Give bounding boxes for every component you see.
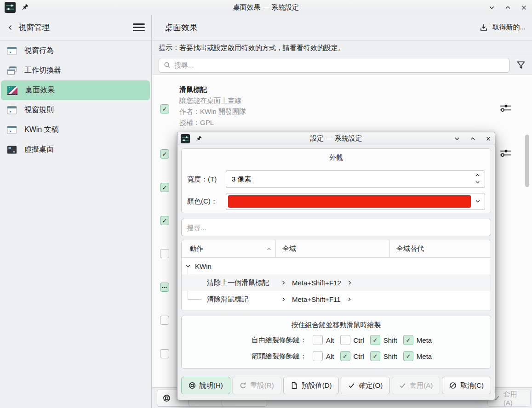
- color-swatch: [228, 195, 471, 208]
- help-label: 說明(H): [200, 381, 223, 390]
- sidebar-item-window-behavior[interactable]: 視窗行為: [1, 41, 150, 61]
- reset-button[interactable]: 重設(R): [232, 377, 281, 394]
- effect-item[interactable]: 滑鼠標記 讓您能在桌面上畫線 作者：KWin 開發團隊 授權：GPL: [179, 84, 246, 128]
- defaults-button[interactable]: 預設值(D): [283, 377, 339, 394]
- effect-configure-icon[interactable]: [499, 102, 512, 113]
- effect-checkbox[interactable]: [160, 183, 169, 192]
- spin-up-icon[interactable]: [475, 172, 481, 178]
- key-label: Ctrl: [354, 336, 364, 344]
- dialog-button-bar: 說明(H) 重設(R) 預設值(D) 確定(O) 套用(A) 取消(C): [181, 376, 491, 395]
- pin-icon[interactable]: [195, 136, 202, 142]
- effect-configure-icon[interactable]: [499, 147, 512, 159]
- download-icon: [480, 23, 488, 32]
- column-alternate[interactable]: 全域替代: [390, 240, 491, 257]
- sidebar-item-desktop-effects[interactable]: 桌面效果: [1, 80, 150, 100]
- effect-checkbox[interactable]: [160, 283, 169, 292]
- freedraw-shift-checkbox[interactable]: [370, 335, 380, 345]
- chevron-right-icon[interactable]: [280, 280, 286, 286]
- effect-checkbox[interactable]: [160, 349, 169, 358]
- key-label: Meta: [417, 352, 432, 360]
- pin-icon[interactable]: [21, 4, 29, 11]
- arrowdraw-ctrl-checkbox[interactable]: [340, 351, 350, 361]
- width-spinbox[interactable]: [226, 170, 485, 188]
- defaults-label: 預設值(D): [302, 381, 332, 390]
- sidebar-item-window-rules[interactable]: 視窗規則: [1, 100, 150, 120]
- key-label: Alt: [326, 352, 334, 360]
- effect-checkbox[interactable]: [160, 316, 169, 325]
- color-picker-button[interactable]: [226, 193, 485, 210]
- close-icon[interactable]: [521, 4, 527, 11]
- cancel-button[interactable]: 取消(C): [442, 377, 491, 394]
- arrowdraw-label: 箭頭繪製修飾鍵：: [182, 352, 307, 361]
- arrowdraw-alt-checkbox[interactable]: [313, 351, 323, 361]
- tip-row: 提示：若要找出或設定啟用特效的方式，請看看特效的設定。: [152, 41, 532, 55]
- maximize-icon[interactable]: [469, 136, 476, 142]
- group-row-kwin[interactable]: KWin: [182, 258, 491, 274]
- effect-checkbox[interactable]: [160, 216, 169, 225]
- chevron-right-icon[interactable]: [280, 296, 286, 302]
- sidebar-item-virtual-desktops[interactable]: 虛擬桌面: [1, 140, 150, 159]
- filter-icon[interactable]: [516, 60, 526, 70]
- shortcut-search-box[interactable]: [181, 219, 491, 236]
- minimize-icon[interactable]: [488, 4, 495, 11]
- app-icon[interactable]: [5, 2, 16, 13]
- column-action-label: 動作: [189, 244, 203, 253]
- shortcut-value[interactable]: Meta+Shift+F11: [292, 295, 341, 303]
- shortcut-value[interactable]: Meta+Shift+F12: [292, 279, 341, 287]
- sidebar-items: 視窗行為 工作切換器 桌面效果 視窗規則 KWin 文稿 虛擬桌面: [1, 41, 150, 159]
- freedraw-meta-checkbox[interactable]: [403, 335, 413, 345]
- maximize-icon[interactable]: [504, 4, 511, 11]
- window-title: 桌面效果 — 系統設定: [0, 3, 532, 12]
- apply-button[interactable]: 套用(A): [392, 377, 440, 394]
- document-icon: [291, 382, 298, 389]
- column-global[interactable]: 全域: [276, 240, 390, 257]
- app-icon[interactable]: [181, 134, 190, 143]
- effect-license: 授權：GPL: [179, 117, 246, 128]
- appearance-group: 外觀 寬度：(T) 顏色(C)：: [181, 148, 491, 213]
- freedraw-ctrl-checkbox[interactable]: [340, 335, 350, 345]
- sidebar-item-label: 視窗行為: [24, 46, 54, 56]
- ok-button[interactable]: 確定(O): [341, 377, 390, 394]
- chevron-right-icon[interactable]: [346, 296, 352, 302]
- width-input[interactable]: [232, 176, 479, 183]
- effect-checkbox[interactable]: [160, 149, 169, 159]
- close-icon[interactable]: [485, 136, 492, 142]
- apply-label: 套用(A): [410, 381, 433, 390]
- kwin-scripts-icon: [7, 125, 17, 135]
- shortcut-row[interactable]: 清除滑鼠標記 Meta+Shift+F11: [182, 291, 491, 307]
- shortcut-row[interactable]: 清除上一個滑鼠標記 Meta+Shift+F12: [182, 274, 491, 291]
- sidebar-header: 視窗管理: [0, 15, 151, 40]
- menu-icon[interactable]: [133, 23, 145, 31]
- back-icon[interactable]: [6, 24, 14, 31]
- expander-icon[interactable]: [185, 263, 191, 269]
- task-switcher-icon: [7, 66, 17, 76]
- search-icon: [164, 62, 171, 68]
- arrowdraw-meta-checkbox[interactable]: [403, 351, 413, 361]
- key-label: Shift: [383, 352, 397, 360]
- page-header: 桌面效果 取得新的...: [152, 15, 532, 40]
- spin-down-icon[interactable]: [475, 179, 481, 185]
- shortcut-search-input[interactable]: [187, 224, 486, 232]
- search-row: [152, 56, 532, 75]
- effects-search-box[interactable]: [159, 58, 509, 73]
- search-input[interactable]: [174, 61, 504, 69]
- sidebar-item-task-switcher[interactable]: 工作切換器: [1, 61, 150, 80]
- main-titlebar: 桌面效果 — 系統設定: [0, 0, 532, 15]
- effect-checkbox[interactable]: [160, 104, 169, 113]
- arrowdraw-shift-checkbox[interactable]: [370, 351, 380, 361]
- appearance-header: 外觀: [182, 153, 491, 162]
- minimize-icon[interactable]: [454, 136, 460, 142]
- sidebar-item-kwin-scripts[interactable]: KWin 文稿: [1, 120, 150, 140]
- help-button[interactable]: 說明(H): [181, 377, 230, 394]
- lifebuoy-icon: [163, 394, 171, 402]
- effect-checkbox[interactable]: [160, 249, 169, 258]
- effect-description: 讓您能在桌面上畫線: [179, 95, 246, 106]
- chevron-right-icon[interactable]: [347, 280, 353, 286]
- color-label: 顏色(C)：: [187, 197, 226, 206]
- shortcuts-table: 動作 全域 全域替代 KWin 清除上一個滑鼠標記 Meta+Shift+F12: [181, 240, 491, 311]
- column-action[interactable]: 動作: [182, 240, 276, 257]
- scrollbar-thumb[interactable]: [525, 135, 529, 187]
- get-new-button[interactable]: 取得新的...: [480, 23, 526, 32]
- sidebar-category-title[interactable]: 視窗管理: [18, 22, 50, 33]
- freedraw-alt-checkbox[interactable]: [313, 335, 323, 345]
